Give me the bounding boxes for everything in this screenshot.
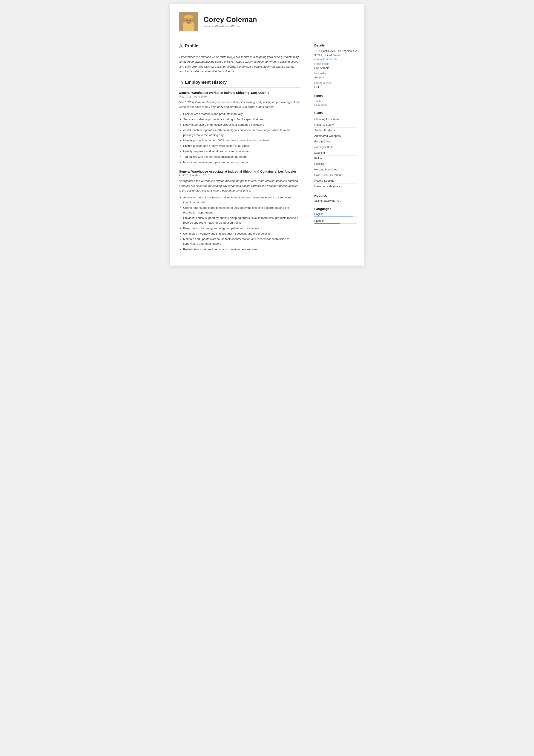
job-1: General Warehouse Worker at Intinate Shi… xyxy=(179,91,300,165)
list-item: Assist machine operators with hand signa… xyxy=(183,128,300,138)
candidate-title: General Warehouse Worker xyxy=(203,25,257,28)
language-spanish: Spanish xyxy=(314,219,357,224)
language-english-bar-fill xyxy=(314,216,353,217)
skills-title: Skills xyxy=(314,111,357,115)
place-of-birth: San Antonio xyxy=(314,66,357,70)
skill-item: Health & Safety xyxy=(314,122,357,128)
skill-item: Pallet Jack Operations xyxy=(314,173,357,178)
skill-item: Automated Wrappers xyxy=(314,133,357,139)
employment-icon xyxy=(179,80,183,84)
hobbies-text: Skiing, Skydiving, Art xyxy=(314,199,357,202)
svg-point-6 xyxy=(186,19,188,21)
list-item: Pack or wrap materials and products manu… xyxy=(183,112,300,117)
list-item: Tag pallets with the correct identificat… xyxy=(183,154,300,159)
right-column: Details 1515 Pacific Ave, Los Angeles, C… xyxy=(308,38,364,266)
skill-item: Picking xyxy=(314,156,357,161)
employment-divider xyxy=(179,87,300,88)
svg-point-7 xyxy=(190,19,191,21)
list-item: Identify, separate and label products an… xyxy=(183,149,300,154)
candidate-name: Corey Coleman xyxy=(203,15,257,23)
driving-license-label: Driving license xyxy=(314,82,357,85)
language-english-bar-bg xyxy=(314,216,357,217)
languages-section: Languages English Spanish xyxy=(314,207,357,224)
list-item: Create reports and spreadsheets to be ut… xyxy=(183,205,300,215)
skill-item: Labeling xyxy=(314,150,357,156)
address: 1515 Pacific Ave, Los Angeles, CA 90291,… xyxy=(314,49,357,58)
resume-document: Corey Coleman General Warehouse Worker P… xyxy=(170,4,364,266)
nationality-label: Nationality xyxy=(314,72,357,75)
skill-item: Conveyor Belts xyxy=(314,145,357,150)
language-english-name: English xyxy=(314,212,357,216)
resume-header: Corey Coleman General Warehouse Worker xyxy=(170,4,364,38)
details-section: Details 1515 Pacific Ave, Los Angeles, C… xyxy=(314,43,357,89)
list-item: Review item locations to ensure proximit… xyxy=(183,247,300,252)
svg-point-8 xyxy=(180,44,182,46)
left-column: Profile Experienced Warehouse worker wit… xyxy=(170,38,308,266)
driving-license: Full xyxy=(314,85,357,89)
employment-section-title: Employment History xyxy=(185,80,227,85)
skill-item: Hazardous Materials xyxy=(314,183,357,189)
profile-section-title: Profile xyxy=(185,43,198,48)
language-spanish-bar-bg xyxy=(314,223,357,224)
job-2-bullets: Assess organizational needs and implemen… xyxy=(179,195,300,252)
list-item: Assess organizational needs and implemen… xyxy=(183,195,300,205)
skill-item: Hoisting Machines xyxy=(314,167,357,173)
list-item: Keep track of incoming and outgoing pall… xyxy=(183,226,300,231)
twitter-link[interactable]: Twitter xyxy=(314,99,357,103)
svg-rect-9 xyxy=(179,82,183,84)
list-item: Completed inventory auditing, product in… xyxy=(183,231,300,236)
list-item: Identify product codes and SKU numbers a… xyxy=(183,138,300,143)
hobbies-section: Hobbies Skiing, Skydiving, Art xyxy=(314,194,357,202)
profile-divider xyxy=(179,51,300,51)
languages-title: Languages xyxy=(314,207,357,211)
list-item: Ensure a clean and orderly work station … xyxy=(183,144,300,148)
main-content: Profile Experienced Warehouse worker wit… xyxy=(170,38,364,266)
links-section: Links Twitter Facebook xyxy=(314,94,357,106)
language-spanish-name: Spanish xyxy=(314,219,357,223)
skill-item: Forklift Driver xyxy=(314,139,357,145)
job-1-desc: Use ERP system functionality to record a… xyxy=(179,100,300,110)
nationality: American xyxy=(314,75,357,80)
skill-item: Record Keeping xyxy=(314,178,357,183)
language-spanish-bar-fill xyxy=(314,223,340,224)
skills-section: Skills Cleaning Equipment Health & Safet… xyxy=(314,111,357,189)
job-1-bullets: Pack or wrap materials and products manu… xyxy=(179,112,300,165)
svg-rect-5 xyxy=(184,16,193,18)
place-of-birth-label: Place of birth xyxy=(314,63,357,66)
list-item: Maintain and update warehouse task docum… xyxy=(183,237,300,246)
skill-item: Packing xyxy=(314,161,357,167)
job-2-desc: Reorganized the warehouse layout, making… xyxy=(179,178,300,193)
links-title: Links xyxy=(314,94,357,98)
details-title: Details xyxy=(314,43,357,47)
job-1-dates: May 2018 – April 2019 xyxy=(179,95,300,98)
avatar xyxy=(179,12,198,31)
header-text: Corey Coleman General Warehouse Worker xyxy=(203,15,257,28)
profile-section-header: Profile xyxy=(179,43,300,48)
job-2-dates: April 2017 – March 2018 xyxy=(179,174,300,177)
list-item: Move merchandise from pick slot to conve… xyxy=(183,160,300,165)
employment-section-header: Employment History xyxy=(179,80,300,85)
hobbies-title: Hobbies xyxy=(314,194,357,197)
language-english: English xyxy=(314,212,357,217)
job-2: General Warehouse Associate at Industria… xyxy=(179,170,300,252)
email-link[interactable]: corey@email.com xyxy=(314,58,357,61)
profile-text: Experienced Warehouse worker with five y… xyxy=(179,55,300,74)
job-1-title: General Warehouse Worker at Intinate Shi… xyxy=(179,91,300,94)
skill-item: Cleaning Equipment xyxy=(314,117,357,122)
job-2-title: General Warehouse Associate at Industria… xyxy=(179,170,300,173)
facebook-link[interactable]: Facebook xyxy=(314,103,357,106)
list-item: Provided clerical support by printing sh… xyxy=(183,216,300,225)
list-item: Notify supervisors of defective products… xyxy=(183,122,300,127)
list-item: Stack and palletize products according t… xyxy=(183,117,300,122)
profile-icon xyxy=(179,44,183,48)
skill-item: Sorting Products xyxy=(314,128,357,133)
